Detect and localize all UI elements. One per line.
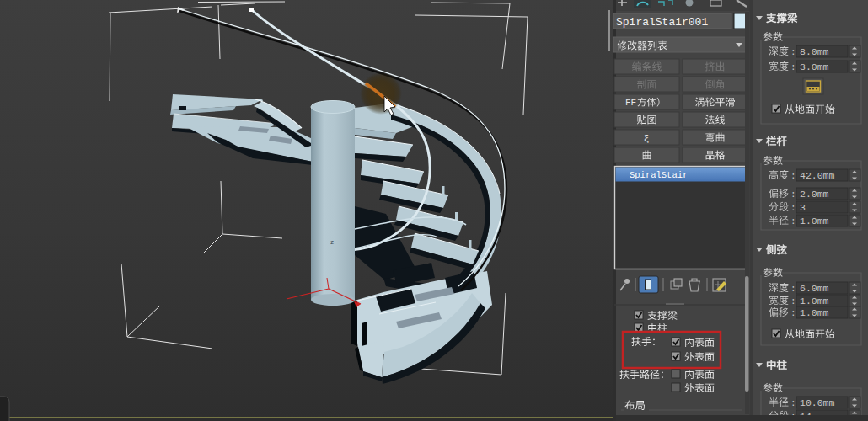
svg-text::: : xyxy=(790,189,796,200)
svg-text:6.0mm: 6.0mm xyxy=(800,283,829,294)
svg-text:2.0mm: 2.0mm xyxy=(800,189,829,200)
svg-text::: : xyxy=(790,284,796,294)
svg-text:ξ: ξ xyxy=(644,134,650,144)
svg-text::: : xyxy=(790,308,796,318)
svg-text::: : xyxy=(790,47,796,57)
svg-text::: : xyxy=(790,203,796,213)
svg-text::: : xyxy=(790,216,796,226)
svg-text:1.0mm: 1.0mm xyxy=(800,307,829,318)
svg-text:10.0mm: 10.0mm xyxy=(800,397,835,408)
svg-text::: : xyxy=(790,398,796,408)
svg-text:8.0mm: 8.0mm xyxy=(800,46,829,57)
svg-text:FF: FF xyxy=(625,98,636,108)
svg-text:1.0mm: 1.0mm xyxy=(800,296,829,306)
svg-text:z: z xyxy=(330,239,334,246)
svg-text:1.0mm: 1.0mm xyxy=(800,216,829,226)
svg-text:3.0mm: 3.0mm xyxy=(800,61,829,72)
svg-text::: : xyxy=(790,296,796,306)
svg-text:SpiralStair001: SpiralStair001 xyxy=(616,16,708,29)
svg-text::: : xyxy=(790,62,796,72)
svg-text:SpiralStair: SpiralStair xyxy=(630,170,688,180)
svg-text:3: 3 xyxy=(800,202,806,213)
svg-text::: : xyxy=(790,171,796,181)
svg-text:42.0mm: 42.0mm xyxy=(800,170,835,181)
